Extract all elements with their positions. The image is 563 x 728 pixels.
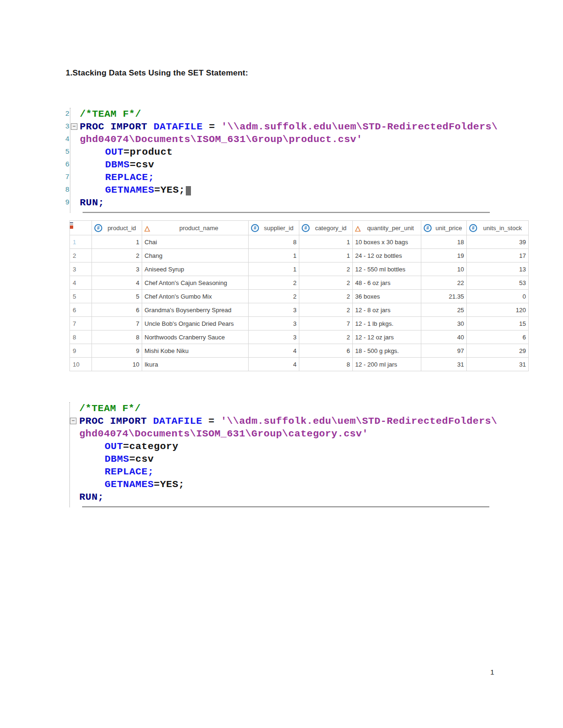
table-cell-units_in_stock: 15 [467,317,529,330]
table-cell-category_id: 2 [299,290,353,303]
out-value: =category [123,441,178,452]
section-heading: 1.Stacking Data Sets Using the SET State… [66,68,248,78]
table-cell-quantity_per_unit: 12 - 1 lb pkgs. [353,317,421,330]
code-line-out: OUT=product [80,146,498,158]
out-keyword: OUT [105,147,123,158]
code-line-replace: REPLACE; [80,171,498,184]
table-cell-product_name: Chang [142,249,249,263]
table-cell-units_in_stock: 17 [467,249,529,263]
table-cell-category_id: 7 [299,317,353,330]
table-cell-category_id: 1 [299,235,353,249]
table-row: 1010Ikura4812 - 200 ml jars3131 [70,358,529,371]
numeric-type-icon: # [94,224,102,232]
table-cell-units_in_stock: 31 [467,358,529,371]
dataset-icon [70,222,74,229]
table-cell-product_id: 7 [92,317,142,330]
code-line-comment: /*TEAM F*/ [80,108,498,120]
table-row: 11Chai8110 boxes x 30 bags1839 [70,235,529,249]
table-cell-unit_price: 40 [421,330,467,344]
row-number: 8 [70,330,92,344]
table-cell-product_name: Aniseed Syrup [142,263,249,276]
out-keyword: OUT [105,441,123,452]
column-header-quantity_per_unit: △quantity_per_unit [353,221,421,235]
numeric-type-icon: # [424,224,432,232]
datafile-keyword: DATAFILE [153,416,202,427]
table-cell-unit_price: 31 [421,358,467,371]
code-line-run: RUN; [80,196,498,209]
table-cell-unit_price: 18 [421,235,467,249]
file-path-string: ghd04074\Documents\ISOM_631\Group\catego… [79,428,368,439]
table-cell-supplier_id: 1 [249,249,299,263]
row-number: 10 [70,358,92,371]
table-cell-quantity_per_unit: 12 - 8 oz jars [353,303,421,317]
column-label: unit_price [434,225,464,232]
column-label: product_id [104,225,139,232]
table-cell-product_name: Ikura [142,358,249,371]
table-cell-quantity_per_unit: 12 - 550 ml bottles [353,263,421,276]
table-cell-supplier_id: 2 [249,276,299,290]
assign-operator: = [202,416,221,427]
comment-token: /*TEAM F*/ [79,403,141,414]
numeric-type-icon: # [469,224,477,232]
table-row: 22Chang1124 - 12 oz bottles1917 [70,249,529,263]
table-cell-units_in_stock: 120 [467,303,529,317]
table-cell-product_name: Chai [142,235,249,249]
table-cell-unit_price: 10 [421,263,467,276]
table-cell-quantity_per_unit: 10 boxes x 30 bags [353,235,421,249]
dbms-value: =csv [129,454,153,465]
table-cell-product_id: 9 [92,344,142,358]
table-cell-quantity_per_unit: 36 boxes [353,290,421,303]
code-line-dbms: DBMS=csv [79,453,497,465]
table-cell-product_name: Grandma's Boysenberry Spread [142,303,249,317]
table-cell-product_name: Mishi Kobe Niku [142,344,249,358]
replace-keyword: REPLACE; [105,466,154,477]
table-cell-unit_price: 19 [421,249,467,263]
table-cell-category_id: 1 [299,249,353,263]
divider-line [83,212,490,213]
table-cell-quantity_per_unit: 12 - 12 oz jars [353,330,421,344]
table-cell-quantity_per_unit: 12 - 200 ml jars [353,358,421,371]
table-cell-unit_price: 22 [421,276,467,290]
character-type-icon: △ [145,225,150,231]
numeric-type-icon: # [302,224,310,232]
table-cell-product_id: 5 [92,290,142,303]
table-row: 88Northwoods Cranberry Sauce3212 - 12 oz… [70,330,529,344]
code-line-dbms: DBMS=csv [80,158,498,171]
line-number: 3 [65,120,70,133]
collapse-toggle-icon: − [71,123,77,130]
corner-cell [70,221,92,235]
column-header-supplier_id: #supplier_id [249,221,299,235]
table-cell-supplier_id: 4 [249,344,299,358]
datafile-keyword: DATAFILE [153,121,203,132]
table-cell-quantity_per_unit: 18 - 500 g pkgs. [353,344,421,358]
getnames-value: =YES; [154,479,185,490]
table-cell-units_in_stock: 6 [467,330,529,344]
table-cell-product_id: 2 [92,249,142,263]
table-cell-product_name: Chef Anton's Cajun Seasoning [142,276,249,290]
table-cell-product_id: 8 [92,330,142,344]
table-cell-unit_price: 21.35 [421,290,467,303]
row-number: 1 [70,235,92,249]
table-cell-product_id: 6 [92,303,142,317]
column-label: product_name [152,225,246,232]
line-number-gutter: 23456789 [65,108,70,213]
sas-code-screenshot-category: − /*TEAM F*/ PROC IMPORT DATAFILE = '\\a… [68,402,497,507]
table-cell-unit_price: 97 [421,344,467,358]
row-number: 7 [70,317,92,330]
divider-line [82,506,489,507]
text-cursor [186,186,191,195]
table-cell-units_in_stock: 29 [467,344,529,358]
code-line-comment: /*TEAM F*/ [79,402,497,415]
table-cell-product_id: 1 [92,235,142,249]
row-number: 6 [70,303,92,317]
table-cell-units_in_stock: 0 [467,290,529,303]
table-row: 66Grandma's Boysenberry Spread3212 - 8 o… [70,303,529,317]
run-keyword: RUN; [79,492,104,503]
table-cell-quantity_per_unit: 24 - 12 oz bottles [353,249,421,263]
table-cell-supplier_id: 4 [249,358,299,371]
table-cell-quantity_per_unit: 48 - 6 oz jars [353,276,421,290]
line-number: 7 [65,171,70,184]
code-line-replace: REPLACE; [79,465,497,478]
assign-operator: = [203,121,221,132]
out-value: =product [123,147,173,158]
